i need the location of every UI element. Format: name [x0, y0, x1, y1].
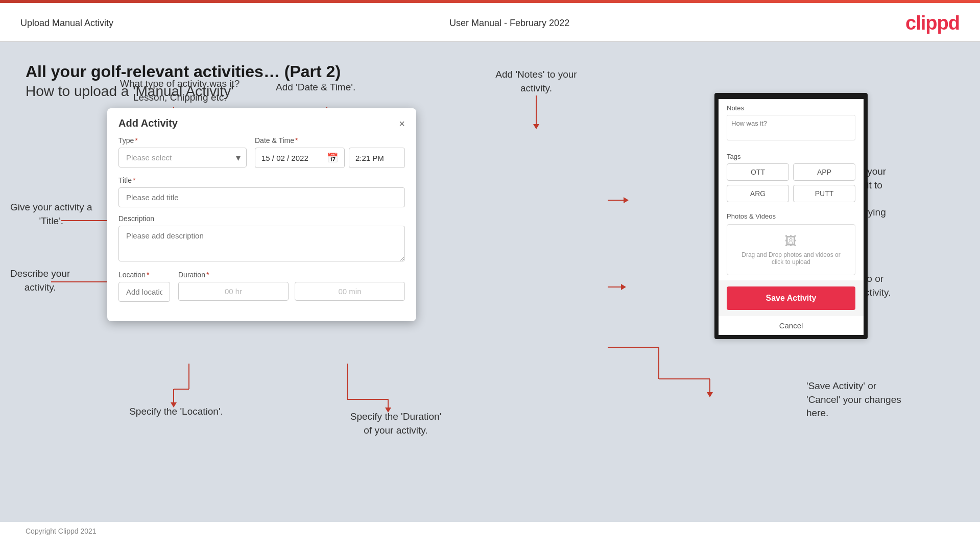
header: Upload Manual Activity User Manual - Feb… [0, 3, 980, 42]
modal-body: Type* Please select ▾ Date & Time* [107, 136, 416, 321]
description-label: Description [118, 214, 405, 223]
title-annotation: Give your activity a 'Title'. [10, 200, 92, 227]
date-annotation: Add 'Date & Time'. [276, 80, 355, 94]
date-wrapper[interactable]: 📅 [255, 148, 345, 168]
tags-label: Tags [719, 148, 864, 163]
duration-inputs [178, 282, 405, 301]
description-annotation: Describe your activity. [10, 267, 70, 294]
type-label: Type* [118, 136, 247, 145]
phone-mockup: Notes Tags OTT APP ARG PUTT Photos & Vid… [714, 93, 868, 339]
time-input[interactable] [349, 148, 405, 168]
upload-zone[interactable]: 🖼 Drag and Drop photos and videos or cli… [727, 224, 855, 275]
add-activity-modal: Add Activity × Type* Please select ▾ [107, 108, 416, 321]
duration-group: Duration* [178, 271, 405, 302]
svg-marker-21 [621, 284, 626, 290]
svg-marker-17 [533, 124, 539, 129]
title-input[interactable] [118, 187, 405, 207]
location-annotation: Specify the 'Location'. [125, 404, 227, 418]
description-input[interactable] [118, 226, 405, 261]
type-select[interactable]: Please select [118, 148, 247, 167]
title-group: Title* [118, 176, 405, 207]
duration-label: Duration* [178, 271, 405, 279]
upload-text: Drag and Drop photos and videos or click… [732, 251, 850, 266]
location-label: Location* [118, 271, 170, 279]
document-title: User Manual - February 2022 [449, 18, 569, 29]
photos-label: Photos & Videos [727, 212, 855, 220]
date-input[interactable] [261, 154, 323, 162]
tag-putt[interactable]: PUTT [793, 185, 855, 202]
notes-label: Notes [727, 104, 855, 112]
type-group: Type* Please select ▾ [118, 136, 247, 168]
photos-section: Photos & Videos 🖼 Drag and Drop photos a… [719, 207, 864, 280]
save-activity-button[interactable]: Save Activity [727, 286, 855, 310]
duration-min-input[interactable] [295, 282, 405, 301]
page-breadcrumb: Upload Manual Activity [20, 18, 113, 29]
modal-close-button[interactable]: × [399, 118, 405, 129]
title-label: Title* [118, 176, 405, 184]
location-input[interactable] [118, 282, 170, 302]
modal-title: Add Activity [118, 117, 178, 129]
notes-section: Notes [719, 97, 864, 148]
datetime-label: Date & Time* [255, 136, 405, 145]
datetime-row: 📅 [255, 148, 405, 168]
notes-annotation: Add 'Notes' to your activity. [475, 67, 597, 94]
copyright: Copyright Clippd 2021 [26, 527, 97, 535]
logo: clippd [905, 12, 960, 34]
svg-marker-19 [624, 197, 629, 203]
phone-panel: Notes Tags OTT APP ARG PUTT Photos & Vid… [714, 93, 868, 339]
tag-arg[interactable]: ARG [727, 185, 789, 202]
type-select-wrapper: Please select ▾ [118, 148, 247, 167]
upload-icon: 🖼 [732, 234, 850, 248]
type-annotation: What type of activity was it? Lesson, Ch… [120, 77, 240, 104]
cancel-button[interactable]: Cancel [719, 316, 864, 335]
location-group: Location* [118, 271, 170, 302]
phone-inner: Notes Tags OTT APP ARG PUTT Photos & Vid… [719, 97, 864, 335]
location-duration-row: Location* Duration* [118, 271, 405, 302]
datetime-group: Date & Time* 📅 [255, 136, 405, 168]
duration-annotation: Specify the 'Duration' of your activity. [332, 410, 460, 437]
tag-app[interactable]: APP [793, 163, 855, 181]
footer: Copyright Clippd 2021 [0, 522, 980, 540]
calendar-icon: 📅 [327, 152, 338, 163]
tags-grid: OTT APP ARG PUTT [719, 163, 864, 207]
type-date-row: Type* Please select ▾ Date & Time* [118, 136, 405, 168]
modal-header: Add Activity × [107, 108, 416, 136]
duration-hr-input[interactable] [178, 282, 289, 301]
tag-ott[interactable]: OTT [727, 163, 789, 181]
tags-section: Tags OTT APP ARG PUTT [719, 148, 864, 207]
save-annotation: 'Save Activity' or 'Cancel' your changes… [806, 379, 949, 420]
svg-marker-26 [707, 392, 713, 397]
description-group: Description [118, 214, 405, 263]
main-content: All your golf-relevant activities… (Part… [0, 42, 980, 522]
notes-input[interactable] [727, 115, 855, 140]
